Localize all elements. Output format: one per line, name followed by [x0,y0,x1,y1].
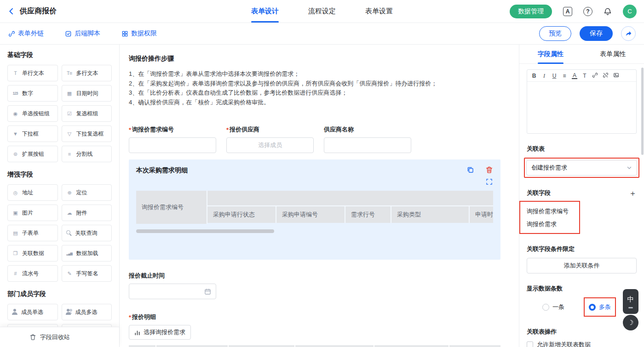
steps-text[interactable]: 1、在「询报价需求」表单从需求池中选择本次要询报价的需求； 2、在「采购发起询价… [129,69,500,107]
sidebar-item-radio-group[interactable]: ◉单选按钮组 [7,105,58,122]
tab-form-design[interactable]: 表单设计 [251,0,279,23]
sidebar-item-number[interactable]: 123数字 [7,85,58,102]
save-button[interactable]: 保存 [580,26,613,41]
sidebar-item-address[interactable]: ◎地址 [7,184,58,201]
field-quote-supplier[interactable]: *报价供应商 选择成员 [226,125,314,153]
quote-col: 产品编号 [374,345,449,347]
italic-icon[interactable]: I [541,73,547,79]
sidebar-item-multi-select[interactable]: ▽下拉复选框 [62,125,112,142]
copy-icon[interactable] [466,166,474,175]
fullscreen-icon[interactable] [486,179,492,186]
sidebar-item-checkbox-group[interactable]: ☑复选框组 [62,105,112,122]
share-button[interactable] [621,26,636,41]
tab-form-setting[interactable]: 表单设置 [365,0,393,23]
subform-icon: ▤ [12,231,19,236]
quote-detail-table-header: 询报价需求编号 采购申请编号 需求行号 产品编号 产品名称 [129,345,500,347]
supplier-name-input[interactable] [324,137,411,153]
sidebar-item-subform[interactable]: ▤子表单 [7,225,58,241]
attachment-cloud-icon: ☁ [66,210,73,216]
recycle-bin-icon [29,334,36,341]
field-supplier-name[interactable]: 供应商名称 [324,125,411,153]
steps-title[interactable]: 询报价操作步骤 [129,55,500,63]
divider-icon: ≡ [66,152,73,157]
related-data-icon: ❐ [12,251,19,256]
users-icon [66,309,72,315]
related-table-select[interactable]: 创建报价需求 [526,160,637,176]
field-description-input[interactable] [527,82,636,133]
sidebar-item-data-load[interactable]: ▂▄▆数据加载 [62,245,112,262]
avatar[interactable]: C [623,5,637,18]
allow-add-related-data-checkbox[interactable]: 允许新增关联表数据 [527,341,637,347]
radio-option-multiple[interactable]: 多条 [589,303,611,311]
sidebar-item-member-single[interactable]: 成员单选 [7,304,58,320]
related-fields-highlight: 询报价需求编号 询报价需求 [519,201,580,234]
quote-supplier-input[interactable]: 选择成员 [226,137,314,153]
sidebar-item-member-multi[interactable]: 成员多选 [62,304,112,320]
inquiry-request-no-input[interactable] [129,137,216,153]
font-color-icon[interactable]: A [572,73,577,79]
sidebar-item-related-query[interactable]: 关联查询 [62,225,112,241]
align-icon[interactable]: ≡ [562,73,567,79]
field-inquiry-request-no[interactable]: *询报价需求编号 [129,125,216,153]
tab-form-properties[interactable]: 表单属性 [582,45,644,63]
radio-option-single[interactable]: 一条 [542,303,564,311]
quote-deadline-input[interactable] [129,284,216,299]
sidebar-item-datetime[interactable]: ▦日期时间 [62,85,112,102]
condition-label: 关联字段条件限定 [527,245,637,253]
tab-flow-setting[interactable]: 流程设定 [308,0,336,23]
preview-button[interactable]: 预览 [539,26,571,41]
bar-chart-icon: ▂▄▆ [66,252,73,255]
sidebar-item-multi-text[interactable]: T≡多行文本 [62,65,112,81]
tab-field-properties[interactable]: 字段属性 [519,45,582,63]
form-external-link[interactable]: 表单外链 [8,29,44,38]
field-quote-deadline[interactable]: 报价截止时间 [129,272,500,299]
select-inquiry-request-button[interactable]: 选择询报价需求 [129,325,191,340]
back-icon[interactable] [7,7,15,15]
ime-language-button[interactable]: 中 [623,289,638,314]
sidebar-item-extend-button[interactable]: ⊚扩展按钮 [7,146,58,162]
row-index-col [129,345,156,347]
add-related-field-icon[interactable]: ＋ [629,189,637,197]
panel-scrollbar-thumb[interactable] [641,68,644,155]
ime-moon-icon[interactable]: ☽ [623,315,638,330]
radio-icon [542,304,549,311]
related-table-label: 关联表 [527,145,637,153]
image-icon: ▣ [12,210,19,216]
sidebar-item-image[interactable]: ▣图片 [7,205,58,221]
insert-link-icon[interactable] [592,72,598,79]
multi-dropdown-icon: ▽ [66,131,73,137]
subform-purchase-detail[interactable]: 本次采购需求明细 询报价需求编 [129,159,500,260]
sidebar-item-single-text[interactable]: T单行文本 [7,65,58,81]
related-field-item[interactable]: 询报价需求编号 [527,207,579,216]
permission-grid-icon [121,30,128,37]
notification-bell-icon[interactable] [604,7,612,16]
sidebar-item-location[interactable]: ⊕定位 [62,184,112,201]
translate-icon[interactable]: A [563,7,572,16]
delete-icon[interactable] [485,166,493,175]
data-permission-link[interactable]: 数据权限 [121,29,157,38]
calendar-icon [204,288,211,295]
help-icon[interactable]: ? [583,7,592,16]
font-size-icon[interactable]: T [582,73,587,79]
sidebar-item-serial-number[interactable]: #流水号 [7,265,58,282]
insert-image-icon[interactable] [613,72,619,79]
data-manage-button[interactable]: 数据管理 [510,5,552,18]
sidebar-item-signature[interactable]: ✎手写签名 [62,265,112,282]
sidebar-item-related-data[interactable]: ❐关联数据 [7,245,58,262]
multiline-text-icon: T≡ [66,71,73,76]
related-field-item[interactable]: 询报价需求 [527,220,579,228]
sidebar-item-select[interactable]: ▼下拉框 [7,125,58,142]
display-count-highlight: 多条 [584,297,616,317]
field-quote-detail[interactable]: *报价明细 选择询报价需求 询报价需求编号 采购申请编号 需求行号 产品编号 产… [129,313,500,347]
add-condition-button[interactable]: 添加关联条件 [527,258,637,273]
underline-icon[interactable]: U [552,73,557,79]
sidebar-item-attachment[interactable]: ☁附件 [62,205,112,221]
dropdown-icon: ▼ [12,131,19,137]
quote-col: 产品名称 [449,345,500,347]
backend-script-link[interactable]: 后端脚本 [65,29,100,38]
scrollbar-thumb[interactable] [136,229,274,233]
field-recycle-bin[interactable]: 字段回收站 [0,327,119,347]
sidebar-item-divider[interactable]: ≡分割线 [62,146,112,162]
remove-link-icon[interactable] [603,72,609,79]
bold-icon[interactable]: B [531,73,537,79]
